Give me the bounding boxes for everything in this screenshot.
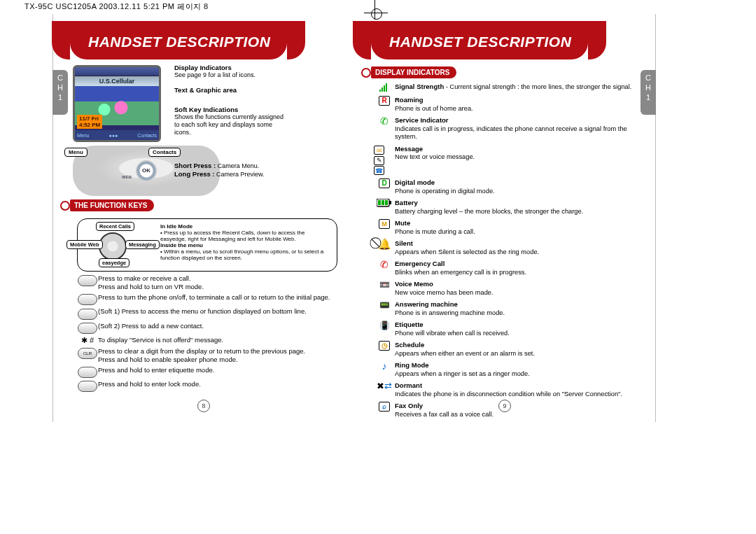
indicator-icon: ✆ bbox=[374, 116, 395, 126]
indicator-row: 📼Voice MemoNew voice memo has been made. bbox=[374, 280, 641, 297]
pill-mobile-web: Mobile Web bbox=[66, 240, 103, 249]
file-header: TX-95C USC1205A 2003.12.11 5:21 PM 페이지 8 bbox=[24, 1, 209, 12]
lock-key-icon bbox=[77, 380, 98, 392]
indicator-text: Emergency CallBlinks when an emergency c… bbox=[395, 260, 526, 276]
indicator-icon: 📳 bbox=[374, 321, 395, 330]
indicator-icon: 📼 bbox=[374, 280, 395, 290]
indicator-icon: M bbox=[374, 219, 395, 229]
etiquette-key-icon bbox=[77, 366, 98, 378]
indicator-text: Answering machinePhone is in answering m… bbox=[395, 300, 505, 317]
end-key-icon bbox=[77, 293, 98, 305]
indicator-row: BatteryBattery charging level – the more… bbox=[374, 199, 641, 216]
indicator-text: Signal Strength - Current signal strengt… bbox=[395, 83, 631, 92]
indicator-text: Fax OnlyReceives a fax call as a voice c… bbox=[395, 402, 493, 419]
pill-contacts: Contacts bbox=[148, 148, 181, 157]
indicator-text: Digital modePhone is operating in digita… bbox=[395, 178, 495, 195]
indicator-icon: ✖⇄ bbox=[374, 381, 395, 391]
chapter-tab: C H 1 bbox=[52, 70, 68, 115]
key-row: Press and hold to enter etiquette mode. bbox=[77, 366, 337, 378]
carrier-label: U.S.Cellular bbox=[75, 76, 159, 86]
callout-display-indicators: Display IndicatorsSee page 9 for a list … bbox=[174, 64, 300, 79]
svg-rect-6 bbox=[378, 200, 381, 205]
indicator-text: DormantIndicates the phone is in disconn… bbox=[395, 381, 622, 398]
indicator-icon: ✉✎☎ bbox=[374, 145, 395, 176]
pill-messaging: Messaging bbox=[125, 240, 160, 249]
pill-easyedge: easyedge bbox=[99, 258, 130, 267]
soft2-key-icon bbox=[77, 322, 98, 334]
indicator-row: 🔔⃠SilentAppears when Silent is selected … bbox=[374, 239, 641, 256]
indicator-icon: ⌕ bbox=[374, 402, 395, 412]
svg-rect-3 bbox=[386, 83, 387, 92]
callout-text-area: Text & Graphic area bbox=[174, 86, 237, 94]
page-banner: HANDSET DESCRIPTION bbox=[354, 21, 655, 59]
key-row: Press to turn the phone on/off, to termi… bbox=[77, 293, 337, 305]
indicator-text: MutePhone is mute during a call. bbox=[395, 219, 475, 236]
send-key-icon bbox=[77, 274, 98, 286]
indicator-text: Voice MemoNew voice memo has been made. bbox=[395, 280, 493, 297]
banner-title: HANDSET DESCRIPTION bbox=[88, 34, 270, 50]
pill-menu: Menu bbox=[64, 148, 88, 157]
section-display-indicators: DISPLAY INDICATORS bbox=[371, 66, 456, 78]
svg-rect-5 bbox=[389, 201, 391, 204]
page-number: 9 bbox=[498, 400, 511, 412]
indicator-icon: ◷ bbox=[374, 341, 395, 351]
chapter-tab: C H 1 bbox=[640, 70, 656, 115]
indicator-row: ✆Emergency CallBlinks when an emergency … bbox=[374, 260, 641, 276]
indicator-text: RoamingPhone is out of home area. bbox=[395, 96, 473, 113]
indicator-list: Signal Strength - Current signal strengt… bbox=[374, 83, 641, 419]
indicator-row: ♪Ring ModeAppears when a ringer is set a… bbox=[374, 361, 641, 378]
callout-softkey: Soft Key IndicationsShows the functions … bbox=[174, 106, 286, 136]
indicator-row: ◷ScheduleAppears when either an event or… bbox=[374, 341, 641, 358]
page-banner: HANDSET DESCRIPTION bbox=[53, 21, 354, 59]
page-right: C H 1 HANDSET DESCRIPTION DISPLAY INDICA… bbox=[354, 14, 656, 422]
indicator-icon: ♪ bbox=[374, 361, 395, 371]
indicator-icon bbox=[374, 199, 395, 207]
phone-screen: U.S.Cellular 11/7 Fri4:52 PM Menu●●●Cont… bbox=[73, 65, 161, 142]
indicator-text: MessageNew text or voice message. bbox=[395, 145, 475, 162]
indicator-row: DDigital modePhone is operating in digit… bbox=[374, 178, 641, 195]
star-hash-icon: ✱ # bbox=[77, 336, 98, 345]
indicator-icon bbox=[374, 83, 395, 92]
indicator-row: ✖⇄DormantIndicates the phone is in disco… bbox=[374, 381, 641, 398]
indicator-text: Service Indicator Indicates call is in p… bbox=[395, 116, 641, 141]
soft1-key-icon bbox=[77, 307, 98, 319]
page-number: 8 bbox=[197, 400, 210, 412]
svg-rect-1 bbox=[382, 87, 383, 92]
indicator-row: 📟Answering machinePhone is in answering … bbox=[374, 300, 641, 317]
softkey-right: Contacts bbox=[137, 133, 157, 138]
indicator-text: SilentAppears when Silent is selected as… bbox=[395, 239, 539, 256]
indicator-icon: R bbox=[374, 96, 395, 106]
indicator-text: EtiquettePhone will vibrate when call is… bbox=[395, 321, 510, 337]
key-row: Press and hold to enter lock mode. bbox=[77, 380, 337, 392]
screen-datetime: 11/7 Fri4:52 PM bbox=[77, 115, 102, 129]
svg-rect-2 bbox=[384, 85, 385, 92]
section-function-keys: THE FUNCTION KEYS bbox=[70, 199, 154, 211]
indicator-row: ✆Service Indicator Indicates call is in … bbox=[374, 116, 641, 141]
key-row: (Soft 1) Press to access the menu or fun… bbox=[77, 307, 337, 319]
indicator-row: Signal Strength - Current signal strengt… bbox=[374, 83, 641, 92]
indicator-text: BatteryBattery charging level – the more… bbox=[395, 199, 583, 216]
svg-rect-7 bbox=[382, 200, 384, 205]
indicator-icon: ✆ bbox=[374, 260, 395, 269]
indicator-icon: 🔔⃠ bbox=[374, 239, 395, 249]
indicator-row: 📳EtiquettePhone will vibrate when call i… bbox=[374, 321, 641, 337]
clr-key-icon: CLR bbox=[77, 347, 98, 359]
key-row: CLRPress to clear a digit from the displ… bbox=[77, 347, 337, 364]
pill-recent-calls: Recent Calls bbox=[96, 222, 134, 231]
key-row: ✱ #To display "Service is not offerd" me… bbox=[77, 336, 337, 345]
indicator-text: ScheduleAppears when either an event or … bbox=[395, 341, 535, 358]
svg-rect-0 bbox=[379, 90, 381, 92]
key-row: Press to make or receive a call. Press a… bbox=[77, 274, 337, 291]
indicator-row: RRoamingPhone is out of home area. bbox=[374, 96, 641, 113]
indicator-icon: 📟 bbox=[374, 300, 395, 310]
phone-illustration: U.S.Cellular 11/7 Fri4:52 PM Menu●●●Cont… bbox=[73, 65, 354, 198]
indicator-text: Ring ModeAppears when a ringer is set as… bbox=[395, 361, 530, 378]
callout-press: Short Press : Camera Menu. Long Press : … bbox=[174, 162, 300, 178]
banner-title: HANDSET DESCRIPTION bbox=[389, 34, 571, 50]
indicator-icon: D bbox=[374, 178, 395, 188]
indicator-row: MMutePhone is mute during a call. bbox=[374, 219, 641, 236]
page-left: C H 1 HANDSET DESCRIPTION U.S.Cellular 1… bbox=[52, 14, 354, 422]
indicator-row: ✉✎☎MessageNew text or voice message. bbox=[374, 145, 641, 176]
svg-rect-8 bbox=[385, 200, 388, 205]
navkey-diagram: Recent Calls Mobile Web Messaging easyed… bbox=[77, 218, 337, 272]
